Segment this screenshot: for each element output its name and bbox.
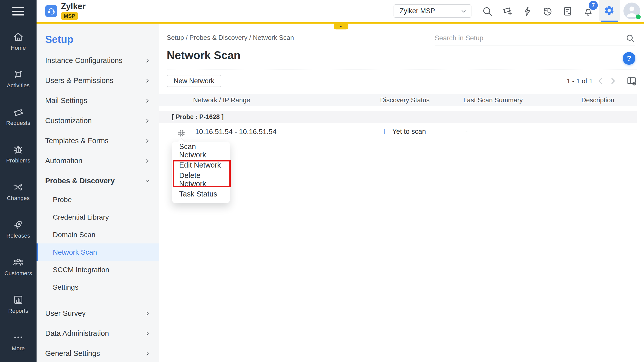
sidebar-item-data-administration[interactable]: Data Administration — [37, 323, 159, 343]
menu-item-delete-network[interactable]: Delete Network — [172, 172, 230, 187]
column-settings-icon — [626, 76, 637, 86]
menu-item-edit-network[interactable]: Edit Network — [172, 158, 230, 172]
pagination-text: 1 - 1 of 1 — [567, 77, 593, 85]
ticket-icon — [12, 106, 24, 118]
table-row[interactable]: 10.16.51.54 - 10.16.51.54 ! Yet to scan … — [159, 123, 637, 140]
portal-select[interactable]: Zylker MSP — [394, 4, 471, 18]
rail-label: Reports — [8, 308, 28, 314]
sidebar-subitem-label: Probe — [53, 196, 72, 204]
top-header: Zylker MSP Zylker MSP 7 — [37, 0, 644, 22]
status-text: Yet to scan — [392, 128, 426, 136]
sidebar-item-probes-discovery[interactable]: Probes & Discovery — [37, 171, 159, 191]
rail-label: Requests — [6, 120, 30, 126]
last-scan-summary-cell: - — [463, 128, 581, 136]
sidebar-item-mail-settings[interactable]: Mail Settings — [37, 91, 159, 111]
rail-item-home[interactable]: Home — [11, 31, 26, 51]
add-request-button[interactable] — [502, 6, 513, 17]
setup-title: Setup — [37, 34, 159, 46]
sidebar-item-label: Customization — [45, 117, 92, 125]
sidebar-item-automation[interactable]: Automation — [37, 151, 159, 171]
brand-name: Zylker — [61, 2, 86, 11]
header-collapse-tab[interactable] — [334, 24, 348, 29]
setup-settings-button[interactable] — [599, 0, 620, 21]
more-dots-icon — [12, 332, 24, 343]
chevron-right-icon — [145, 351, 150, 356]
brand-msp-badge: MSP — [61, 12, 78, 20]
column-header-last-scan-summary[interactable]: Last Scan Summary — [463, 96, 581, 104]
sidebar-item-label: General Settings — [45, 349, 100, 358]
sidebar-item-customization[interactable]: Customization — [37, 111, 159, 131]
chevron-right-icon — [145, 118, 150, 124]
menu-item-scan-network[interactable]: Scan Network — [172, 143, 230, 158]
quick-actions-button[interactable] — [522, 6, 533, 17]
rail-label: Releases — [6, 233, 30, 239]
headset-icon — [47, 7, 56, 15]
sidebar-subitem-label: Network Scan — [53, 248, 97, 256]
rail-item-problems[interactable]: Problems — [6, 144, 30, 164]
column-header-network-ip-range[interactable]: Network / IP Range — [159, 96, 380, 104]
rail-label: More — [12, 345, 25, 352]
network-ip-range-cell: 10.16.51.54 - 10.16.51.54 — [159, 128, 380, 136]
column-chooser-button[interactable] — [626, 76, 637, 86]
rail-item-reports[interactable]: Reports — [8, 294, 28, 314]
sidebar-item-label: Templates & Forms — [45, 137, 109, 145]
home-icon — [12, 31, 24, 43]
approvals-button[interactable] — [562, 6, 573, 17]
chevron-right-icon — [145, 331, 150, 336]
sidebar-item-users-permissions[interactable]: Users & Permissions — [37, 71, 159, 91]
column-header-description[interactable]: Description — [581, 96, 637, 104]
sidebar-subitem-probe[interactable]: Probe — [37, 191, 159, 208]
chevron-down-icon — [339, 24, 344, 29]
app-logo[interactable] — [45, 5, 57, 17]
rail-label: Changes — [7, 195, 30, 202]
toolbar: New Network 1 - 1 of 1 — [167, 75, 637, 87]
row-actions-menu: Scan Network Edit Network Delete Network… — [172, 142, 230, 203]
sidebar-item-templates-forms[interactable]: Templates & Forms — [37, 131, 159, 151]
notification-count-badge: 7 — [589, 1, 598, 10]
sidebar-subitem-label: Domain Scan — [53, 231, 95, 239]
page-title: Network Scan — [167, 49, 241, 62]
main-content: Setup / Probes & Discovery / Network Sca… — [159, 24, 644, 362]
rail-item-customers[interactable]: Customers — [4, 256, 32, 277]
column-header-discovery-status[interactable]: Discovery Status — [380, 96, 463, 104]
status-info-icon: ! — [383, 127, 386, 136]
sidebar-subitem-settings[interactable]: Settings — [37, 278, 159, 296]
search-input[interactable] — [435, 34, 625, 42]
setup-sidebar: Setup Instance Configurations Users & Pe… — [37, 24, 159, 362]
rail-item-requests[interactable]: Requests — [6, 106, 30, 126]
new-network-button[interactable]: New Network — [167, 75, 221, 87]
rocket-icon — [12, 219, 24, 231]
rail-item-activities[interactable]: Activities — [7, 69, 30, 89]
sidebar-item-instance-configurations[interactable]: Instance Configurations — [37, 51, 159, 71]
menu-item-task-status[interactable]: Task Status — [172, 187, 230, 201]
sidebar-item-label: User Survey — [45, 309, 86, 318]
sidebar-subitem-sccm-integration[interactable]: SCCM Integration — [37, 261, 159, 278]
hamburger-menu-icon[interactable] — [12, 7, 24, 18]
sidebar-subitem-domain-scan[interactable]: Domain Scan — [37, 226, 159, 243]
search-icon — [482, 6, 493, 17]
chevron-right-icon — [145, 58, 150, 63]
sidebar-subitem-credential-library[interactable]: Credential Library — [37, 208, 159, 226]
previous-page-button[interactable] — [596, 77, 605, 85]
search-icon[interactable] — [625, 34, 635, 43]
sidebar-subitem-network-scan[interactable]: Network Scan — [37, 243, 159, 261]
next-page-button[interactable] — [608, 77, 617, 85]
task-list-icon — [562, 6, 573, 17]
rail-label: Activities — [7, 82, 30, 89]
lightning-icon — [522, 6, 533, 17]
rail-item-more[interactable]: More — [12, 332, 25, 352]
sidebar-item-label: Probes & Discovery — [45, 177, 115, 185]
breadcrumb[interactable]: Setup / Probes & Discovery / Network Sca… — [167, 34, 294, 42]
sidebar-item-user-survey[interactable]: User Survey — [37, 303, 159, 323]
sidebar-item-label: Users & Permissions — [45, 76, 113, 85]
rail-item-releases[interactable]: Releases — [6, 219, 30, 239]
chevron-right-icon — [608, 77, 617, 85]
sidebar-item-general-settings[interactable]: General Settings — [37, 343, 159, 362]
row-actions-button[interactable] — [177, 128, 186, 138]
history-button[interactable] — [542, 6, 553, 17]
global-search-button[interactable] — [482, 6, 493, 17]
sidebar-subitem-label: SCCM Integration — [53, 266, 109, 274]
help-button[interactable]: ? — [623, 52, 635, 65]
bug-icon — [12, 144, 24, 155]
rail-item-changes[interactable]: Changes — [7, 181, 30, 202]
